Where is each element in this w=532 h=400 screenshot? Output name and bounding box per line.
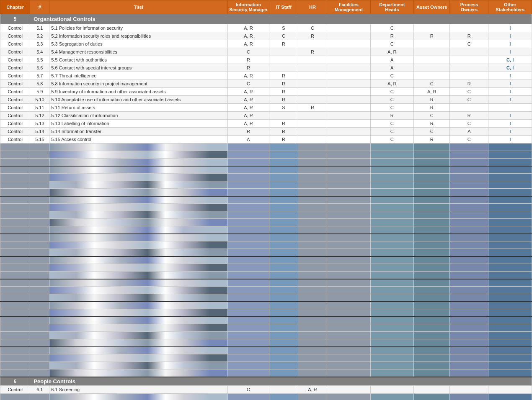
redacted-row [0,339,532,347]
redacted-row [0,249,532,256]
redacted-row [0,226,532,234]
redacted-row [0,294,532,302]
redacted-row [0,264,532,272]
header-hr: HR [298,0,327,14]
redacted-row [0,369,532,377]
header-title: Titel [49,0,228,14]
header-fm: Facilities Management [327,0,370,14]
redacted-row [0,174,532,181]
header-chapter: Chapter [0,0,30,14]
redacted-row [0,362,532,369]
redacted-row [0,219,532,226]
header-po: Process Owners [450,0,488,14]
table-row: Control5.25.2 Information security roles… [0,32,532,40]
table-row: Control5.15.1 Policies for information s… [0,24,532,32]
redacted-row [0,151,532,159]
table-row: Control5.95.9 Inventory of information a… [0,88,532,96]
redacted-row [0,181,532,189]
table-row: Control5.155.15 Access controlARCRCI [0,136,532,144]
redacted-row [0,324,532,332]
table-row: Control5.105.10 Acceptable use of inform… [0,96,532,104]
redacted-row [0,241,532,249]
header-dh: Department Heads [370,0,414,14]
redacted-row [0,309,532,317]
redacted-row [0,279,532,287]
main-table: Chapter # Titel Information Security Man… [0,0,532,400]
header-it: IT Staff [269,0,298,14]
table-row: Control5.125.12 Classification of inform… [0,112,532,120]
redacted-row [0,272,532,279]
header-os: Other Stakeholders [488,0,532,14]
section-6-header: 6People Controls [0,377,532,386]
table-row: Control5.145.14 Information transferRRCC… [0,128,532,136]
redacted-row [0,347,532,354]
table-row: Control5.65.6 Contact with special inter… [0,64,532,72]
redacted-row [0,256,532,264]
table-row: Control6.16.1 ScreeningCA, R [0,385,532,393]
redacted-row [0,302,532,309]
redacted-row [0,393,532,400]
redacted-row [0,166,532,174]
redacted-row [0,211,532,219]
table-row: Control5.135.13 Labelling of information… [0,120,532,128]
redacted-row [0,196,532,204]
redacted-row [0,204,532,211]
redacted-row [0,144,532,151]
section-5-title: Organizational Controls [30,14,532,24]
redacted-row [0,189,532,196]
header-ism: Information Security Manager [228,0,269,14]
table-row: Control5.55.5 Contact with authoritiesRA… [0,56,532,64]
table-row: Control5.85.8 Information security in pr… [0,80,532,88]
table-row: Control5.45.4 Management responsibilitie… [0,48,532,56]
redacted-row [0,317,532,324]
header-ao: Asset Owners [414,0,450,14]
redacted-row [0,332,532,339]
redacted-row [0,159,532,166]
redacted-row [0,234,532,241]
redacted-row [0,287,532,294]
header-num: # [30,0,49,14]
redacted-row [0,354,532,362]
table-row: Control5.75.7 Threat intelligenceA, RRCI [0,72,532,80]
section-5-header: 5 Organizational Controls [0,14,532,24]
table-row: Control5.35.3 Segregation of dutiesA, RR… [0,40,532,48]
table-row: Control5.115.11 Return of assetsA, RSRCR [0,104,532,112]
section-5-number: 5 [0,14,30,24]
